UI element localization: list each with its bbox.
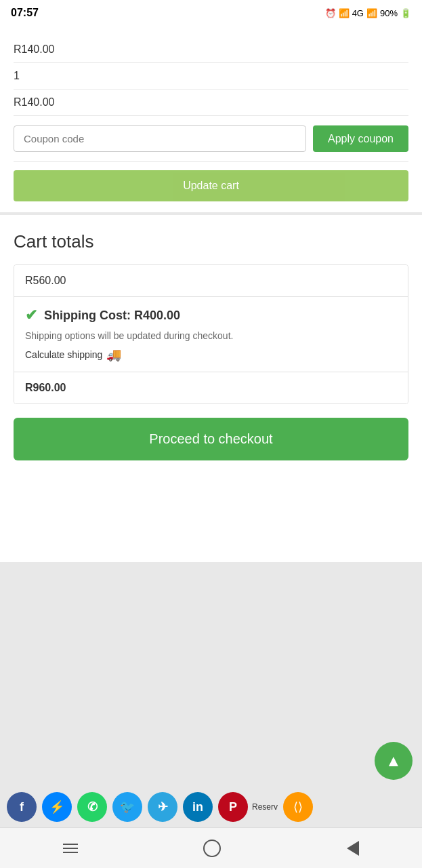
item-price-row: R140.00 <box>14 37 408 63</box>
status-bar: 07:57 ⏰ 📶 4G 📶 90% 🔋 <box>0 0 422 26</box>
battery-full-icon: 🔋 <box>400 8 411 18</box>
quantity-row: 1 <box>14 63 408 90</box>
network-4g-icon: 4G <box>352 8 364 18</box>
social-share-bar: f ⚡ ✆ 🐦 ✈ in P Reserv ⟨⟩ <box>0 787 422 827</box>
home-nav-button[interactable] <box>203 840 221 857</box>
shipping-row: ✔ Shipping Cost: R400.00 Shipping option… <box>14 297 408 372</box>
check-icon: ✔ <box>25 307 37 324</box>
truck-icon: 🚚 <box>106 347 121 362</box>
empty-space <box>0 474 422 562</box>
cart-subtotal-value: R560.00 <box>25 275 66 286</box>
main-content: R140.00 1 R140.00 Apply coupon Update ca… <box>0 26 422 868</box>
coupon-section: Apply coupon <box>14 116 408 162</box>
subtotal-value: R140.00 <box>14 96 55 108</box>
proceed-to-checkout-button[interactable]: Proceed to checkout <box>14 418 408 460</box>
quantity-value: 1 <box>14 70 20 81</box>
calculate-shipping-label: Calculate shipping <box>25 349 102 360</box>
whatsapp-icon: ✆ <box>87 800 98 814</box>
menu-icon <box>63 844 78 853</box>
pinterest-share-button[interactable]: P <box>218 792 248 822</box>
facebook-share-button[interactable]: f <box>7 792 37 822</box>
messenger-share-button[interactable]: ⚡ <box>42 792 72 822</box>
totals-table: R560.00 ✔ Shipping Cost: R400.00 Shippin… <box>14 264 408 404</box>
signal-icon: 📶 <box>339 8 350 18</box>
twitter-share-button[interactable]: 🐦 <box>112 792 142 822</box>
shipping-cost-label: Shipping Cost: R400.00 <box>44 309 180 323</box>
share-button[interactable]: ⟨⟩ <box>283 792 313 822</box>
calculate-shipping-link[interactable]: Calculate shipping 🚚 <box>25 347 397 362</box>
arrow-up-icon: ▲ <box>385 751 402 770</box>
cart-totals-section: Cart totals R560.00 ✔ Shipping Cost: R40… <box>0 215 422 474</box>
telegram-share-button[interactable]: ✈ <box>148 792 177 822</box>
shipping-note: Shipping options will be updated during … <box>25 330 397 343</box>
back-icon <box>347 841 359 856</box>
facebook-icon: f <box>20 800 24 814</box>
linkedin-share-button[interactable]: in <box>183 792 213 822</box>
item-price: R140.00 <box>14 43 55 55</box>
battery-icon: 90% <box>380 8 398 18</box>
status-icons: ⏰ 📶 4G 📶 90% 🔋 <box>325 8 411 18</box>
linkedin-icon: in <box>192 800 203 814</box>
twitter-icon: 🐦 <box>120 800 135 814</box>
coupon-code-input[interactable] <box>14 125 306 152</box>
cart-item-card: R140.00 1 R140.00 Apply coupon Update ca… <box>0 26 422 212</box>
menu-nav-button[interactable] <box>63 844 78 853</box>
bottom-gray-area <box>0 565 422 633</box>
apply-coupon-button[interactable]: Apply coupon <box>313 125 408 152</box>
telegram-icon: ✈ <box>158 800 168 814</box>
update-cart-button[interactable]: Update cart <box>14 170 408 201</box>
whatsapp-share-button[interactable]: ✆ <box>77 792 107 822</box>
signal-2-icon: 📶 <box>366 8 377 18</box>
navigation-bar <box>0 827 422 868</box>
share-icon: ⟨⟩ <box>293 800 303 814</box>
cart-subtotal-row: R560.00 <box>14 265 408 297</box>
cart-total-value: R960.00 <box>25 382 66 393</box>
alarm-icon: ⏰ <box>325 8 336 18</box>
status-time: 07:57 <box>11 7 39 19</box>
back-nav-button[interactable] <box>347 841 359 856</box>
pinterest-icon: P <box>229 800 237 814</box>
shipping-header: ✔ Shipping Cost: R400.00 <box>25 307 397 324</box>
cart-total-row: R960.00 <box>14 372 408 403</box>
home-icon <box>203 840 221 857</box>
subtotal-row: R140.00 <box>14 90 408 116</box>
scroll-to-top-fab[interactable]: ▲ <box>375 742 413 780</box>
reserve-text: Reserv <box>252 802 278 812</box>
messenger-icon: ⚡ <box>49 800 64 814</box>
cart-totals-title: Cart totals <box>14 231 408 252</box>
